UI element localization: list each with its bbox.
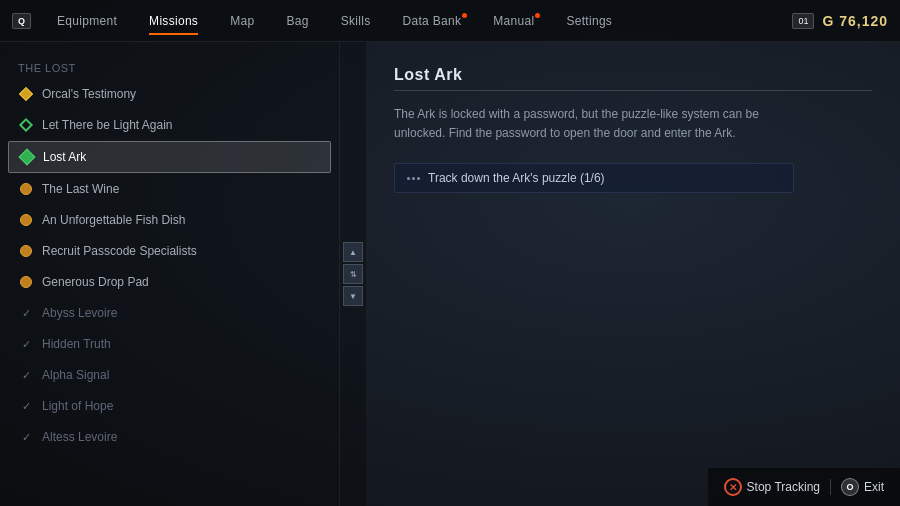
detail-description: The Ark is locked with a password, but t… — [394, 105, 794, 143]
mission-item-let-there-be-light[interactable]: Let There be Light Again — [8, 110, 331, 140]
mission-item-the-last-wine[interactable]: The Last Wine — [8, 174, 331, 204]
detail-title: Lost Ark — [394, 66, 872, 84]
nav-left-icon: Q — [12, 13, 31, 29]
gold-display: G 76,120 — [822, 13, 888, 29]
nav-right-area: 01 G 76,120 — [792, 13, 888, 29]
objective-text: Track down the Ark's puzzle (1/6) — [428, 171, 605, 185]
category-label: The Lost — [8, 54, 331, 78]
mission-item-passcode[interactable]: Recruit Passcode Specialists — [8, 236, 331, 266]
mission-item-abyss-levoire[interactable]: ✓ Abyss Levoire — [8, 298, 331, 328]
mission-icon-check-4: ✓ — [18, 398, 34, 414]
scroll-down-btn[interactable]: ▼ — [343, 286, 363, 306]
manual-notification-dot — [535, 13, 540, 18]
nav-item-skills[interactable]: Skills — [327, 10, 385, 32]
nav-item-bag[interactable]: Bag — [272, 10, 322, 32]
mission-item-hidden-truth[interactable]: ✓ Hidden Truth — [8, 329, 331, 359]
mission-icon-circle-yellow-1 — [18, 181, 34, 197]
bottom-separator — [830, 479, 831, 495]
mission-item-drop-pad[interactable]: Generous Drop Pad — [8, 267, 331, 297]
mission-item-lost-ark[interactable]: Lost Ark — [8, 141, 331, 173]
panel-controls: ▲ ⇅ ▼ — [340, 42, 366, 506]
databank-notification-dot — [462, 13, 467, 18]
game-screen: Q Equipment Missions Map Bag Skills Data… — [0, 0, 900, 506]
mission-icon-diamond-yellow — [18, 86, 34, 102]
main-content: The Lost Orcal's Testimony Let There be … — [0, 42, 900, 506]
mission-icon-active — [19, 149, 35, 165]
stop-tracking-icon: ✕ — [724, 478, 742, 496]
mission-icon-check-5: ✓ — [18, 429, 34, 445]
mission-icon-check-1: ✓ — [18, 305, 34, 321]
objective-icon — [407, 177, 420, 180]
mission-item-fish-dish[interactable]: An Unforgettable Fish Dish — [8, 205, 331, 235]
scroll-up-btn[interactable]: ▲ — [343, 242, 363, 262]
mission-item-alpha-signal[interactable]: ✓ Alpha Signal — [8, 360, 331, 390]
mission-item-altess-levoire[interactable]: ✓ Altess Levoire — [8, 422, 331, 452]
mission-icon-circle-yellow-2 — [18, 212, 34, 228]
nav-item-settings[interactable]: Settings — [552, 10, 626, 32]
exit-icon: O — [841, 478, 859, 496]
objective-item: Track down the Ark's puzzle (1/6) — [394, 163, 794, 193]
mission-icon-check-2: ✓ — [18, 336, 34, 352]
title-divider — [394, 90, 872, 91]
scroll-sort-btn[interactable]: ⇅ — [343, 264, 363, 284]
mission-icon-circle-yellow-4 — [18, 274, 34, 290]
nav-item-map[interactable]: Map — [216, 10, 268, 32]
top-navigation: Q Equipment Missions Map Bag Skills Data… — [0, 0, 900, 42]
nav-item-equipment[interactable]: Equipment — [43, 10, 131, 32]
nav-item-missions[interactable]: Missions — [135, 10, 212, 32]
exit-button[interactable]: O Exit — [841, 478, 884, 496]
nav-right-icon: 01 — [792, 13, 814, 29]
mission-item-orcals-testimony[interactable]: Orcal's Testimony — [8, 79, 331, 109]
bottom-bar: ✕ Stop Tracking O Exit — [708, 468, 900, 506]
mission-icon-circle-yellow-3 — [18, 243, 34, 259]
mission-icon-check-3: ✓ — [18, 367, 34, 383]
mission-item-light-of-hope[interactable]: ✓ Light of Hope — [8, 391, 331, 421]
mission-icon-diamond-outline — [18, 117, 34, 133]
stop-tracking-button[interactable]: ✕ Stop Tracking — [724, 478, 820, 496]
mission-list-panel: The Lost Orcal's Testimony Let There be … — [0, 42, 340, 506]
nav-item-manual[interactable]: Manual — [479, 10, 548, 32]
mission-detail-panel: Lost Ark The Ark is locked with a passwo… — [366, 42, 900, 506]
nav-item-databank[interactable]: Data Bank — [389, 10, 476, 32]
